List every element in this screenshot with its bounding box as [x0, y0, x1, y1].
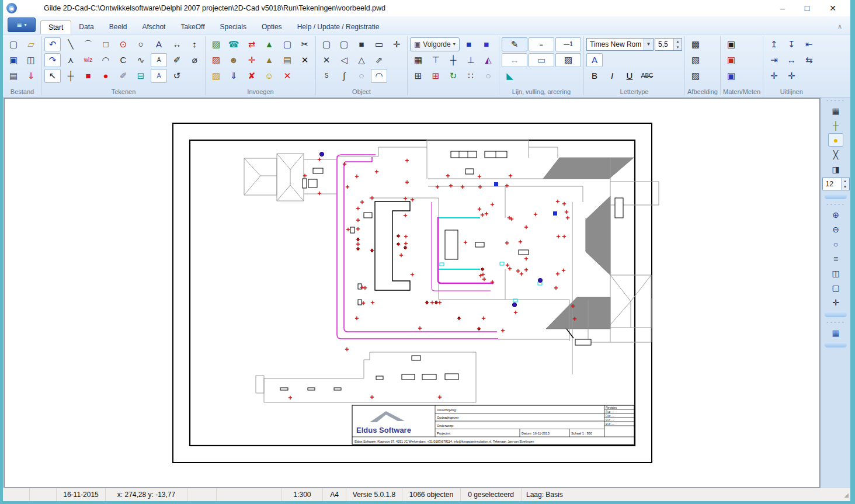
arc-select-icon[interactable]: ◠: [371, 69, 387, 83]
minimize-button[interactable]: –: [780, 4, 785, 13]
select-cursor-icon[interactable]: ↖: [44, 69, 61, 83]
dimension-diagonal-icon[interactable]: ✐: [169, 53, 185, 67]
maximize-button[interactable]: □: [805, 4, 809, 13]
tab-specials[interactable]: Specials: [213, 20, 254, 34]
tab-beeld[interactable]: Beeld: [102, 20, 135, 34]
collapse-ribbon-icon[interactable]: ∧: [835, 23, 844, 31]
center-page-vertical-icon[interactable]: ✛: [783, 69, 800, 83]
toolbar-drag-handle[interactable]: ■ ■ ■ ■ ■: [827, 99, 844, 103]
new-file-icon[interactable]: ▢: [5, 37, 22, 51]
artistic-text-icon[interactable]: A: [151, 37, 167, 51]
spin-up-icon[interactable]: ▲: [842, 178, 849, 184]
zoom-in-icon[interactable]: ⊕: [828, 208, 843, 221]
line-style-icon[interactable]: ＝: [529, 37, 554, 51]
redo-icon[interactable]: ↷: [44, 53, 61, 67]
snap-intersection-icon[interactable]: ╳: [828, 148, 843, 161]
pan-icon[interactable]: ✛: [828, 296, 843, 309]
resize-grip[interactable]: ◢: [844, 492, 850, 498]
tab-opties[interactable]: Opties: [254, 20, 290, 34]
draw-curve-icon[interactable]: ⌒: [80, 37, 96, 51]
dropdown-caret-icon[interactable]: ▼: [644, 39, 653, 50]
save-icon[interactable]: ▣: [5, 53, 22, 67]
insert-pdf-arrow-icon[interactable]: ⇓: [225, 69, 242, 83]
zoom-select-icon[interactable]: ○: [828, 237, 843, 251]
cut-icon[interactable]: ✂: [297, 37, 313, 51]
line-color-icon[interactable]: ✎: [502, 37, 527, 51]
measure-red-icon[interactable]: ▣: [723, 53, 739, 67]
insert-column-left-icon[interactable]: ⊞: [410, 69, 426, 83]
measure-auto-icon[interactable]: ▣: [723, 37, 739, 51]
selection-circle-icon[interactable]: ◌: [480, 69, 496, 83]
delete-object-icon[interactable]: ✕: [297, 53, 313, 67]
app-menu-button[interactable]: ≣▾: [8, 18, 36, 32]
zoom-lines-icon[interactable]: ≡: [828, 252, 843, 265]
delete-dimensions-icon[interactable]: ✘: [244, 69, 260, 83]
align-right-icon[interactable]: ⇥: [766, 53, 782, 67]
dimension-vertical-icon[interactable]: ↕: [186, 37, 203, 51]
snap-object-icon[interactable]: ◨: [828, 162, 843, 176]
draw-arc-open-icon[interactable]: C: [115, 53, 131, 67]
draw-circle-center-icon[interactable]: ⊙: [115, 37, 131, 51]
insert-dimension-lines-icon[interactable]: ⇄: [244, 37, 260, 51]
line-weight-icon[interactable]: —1: [555, 37, 581, 51]
send-backward-icon[interactable]: ■: [478, 37, 495, 51]
draw-point-icon[interactable]: ┼: [62, 69, 79, 83]
insert-terrain-icon[interactable]: ▲: [261, 37, 277, 51]
snap-grid-icon[interactable]: ▦: [828, 104, 843, 117]
text-document-icon[interactable]: A: [151, 69, 167, 83]
font-family-select[interactable]: Times New Rom▼: [586, 38, 654, 51]
text-frame-icon[interactable]: A: [151, 53, 167, 67]
add-square-marker-icon[interactable]: ■: [80, 69, 96, 83]
close-button[interactable]: ✕: [829, 4, 836, 13]
insert-scan-icon[interactable]: ☎: [225, 37, 242, 51]
insert-column-right-icon[interactable]: ⊞: [427, 69, 444, 83]
align-top-icon[interactable]: ↥: [766, 37, 782, 51]
undo-icon[interactable]: ↶: [44, 37, 61, 51]
add-round-marker-icon[interactable]: ●: [98, 69, 114, 83]
bring-forward-icon[interactable]: ■: [461, 37, 477, 51]
draw-line-icon[interactable]: ╲: [62, 37, 79, 51]
font-size-spinner[interactable]: 5,5▲▼: [655, 38, 682, 51]
rotate-icon[interactable]: ↻: [445, 69, 461, 83]
tab-afschot[interactable]: Afschot: [134, 20, 173, 34]
insert-image-replace-icon[interactable]: ▨: [208, 53, 224, 67]
mirror-icon[interactable]: ◭: [480, 53, 496, 67]
insert-page-arrows-icon[interactable]: ✛: [244, 53, 260, 67]
calculator-icon[interactable]: ▦: [828, 326, 843, 339]
volgorde-button[interactable]: ▣Volgorde▾: [410, 37, 460, 51]
spin-down-icon[interactable]: ▼: [674, 44, 682, 50]
hatch-icon[interactable]: ▨: [555, 53, 581, 67]
distribute-horizontal-icon[interactable]: ⇆: [801, 53, 817, 67]
align-bottom-icon[interactable]: ↧: [783, 37, 800, 51]
insert-smiley-icon[interactable]: ☺: [261, 69, 277, 83]
spin-down-icon[interactable]: ▼: [842, 184, 849, 190]
brush-icon[interactable]: ✐: [115, 69, 131, 83]
open-file-icon[interactable]: ▱: [23, 37, 39, 51]
zoom-out-icon[interactable]: ⊖: [828, 223, 843, 236]
snap-guides-icon[interactable]: ┼: [828, 119, 843, 132]
draw-rect-icon[interactable]: □: [98, 37, 114, 51]
spin-up-icon[interactable]: ▲: [674, 39, 682, 44]
tab-help-update-registratie[interactable]: Help / Update / Registratie: [290, 20, 387, 34]
dimension-diameter-icon[interactable]: ⌀: [186, 53, 203, 67]
tab-takeoff[interactable]: TakeOff: [173, 20, 212, 34]
drawing-canvas[interactable]: Eldus SoftwareOmschrijving:Opdrachtgever…: [4, 98, 820, 488]
export-pdf-icon[interactable]: ⇓: [23, 69, 39, 83]
zoom-page-icon[interactable]: ◫: [828, 266, 843, 280]
snap-midpoint-icon[interactable]: ●: [828, 133, 843, 147]
center-page-horizontal-icon[interactable]: ✛: [766, 69, 782, 83]
paint-bucket-icon[interactable]: ◣: [502, 69, 518, 83]
dimension-leader-icon[interactable]: ↺: [169, 69, 185, 83]
print-preview-icon[interactable]: ◫: [23, 53, 39, 67]
measure-blue-icon[interactable]: ▣: [723, 69, 739, 83]
italic-icon[interactable]: I: [604, 69, 620, 83]
insert-terrain-small-icon[interactable]: ▲: [261, 53, 277, 67]
draw-ellipse-icon[interactable]: ○: [133, 37, 149, 51]
paste-icon[interactable]: ▤: [279, 53, 296, 67]
insert-smiley-wink-icon[interactable]: ☻: [225, 53, 242, 67]
delete-all-icon[interactable]: ✕: [279, 69, 296, 83]
print-icon[interactable]: ▤: [5, 69, 22, 83]
tab-start[interactable]: Start: [40, 20, 71, 34]
draw-arc-icon[interactable]: ◠: [98, 53, 114, 67]
underline-icon[interactable]: U: [621, 69, 638, 83]
